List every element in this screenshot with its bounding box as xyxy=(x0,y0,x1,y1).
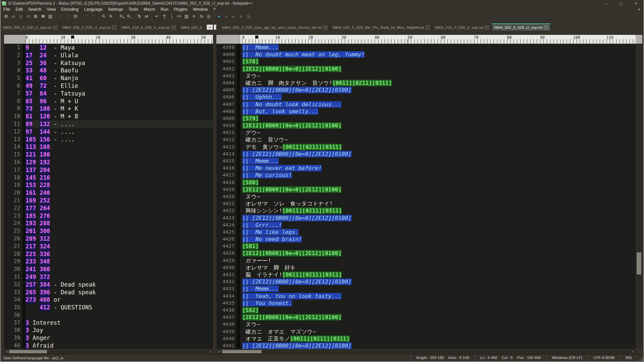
monitoring-icon[interactable]: ◎ xyxy=(205,13,212,19)
horizontal-scroll-track-right[interactable] xyxy=(221,349,631,354)
tab-close-icon[interactable]: ✕ xyxy=(112,25,116,29)
code-line[interactable]: 412 - QUESTIONS xyxy=(25,304,213,311)
line-number[interactable]: 4403 xyxy=(216,72,234,79)
code-line[interactable]: 137 204 xyxy=(25,166,213,174)
function-list-icon[interactable]: fx xyxy=(198,13,205,19)
line-number[interactable]: 13 xyxy=(4,136,20,143)
line-number[interactable]: 4425 xyxy=(216,229,234,236)
code-line[interactable]: [2E12][0B00][0e=0][2E12][0100] xyxy=(242,65,636,72)
code-line[interactable]: || Mmmm... xyxy=(242,44,636,51)
tab-close-icon[interactable]: ✕ xyxy=(323,25,327,29)
code-line[interactable]: 確カニ 旨ソウ~ xyxy=(242,136,636,143)
open-file-icon[interactable]: ▱ xyxy=(10,13,17,19)
code-line[interactable]: 脳 イラナイ![0611][0211][0311] xyxy=(242,271,636,278)
code-line[interactable]: || But, look smelly... xyxy=(242,108,636,115)
right-view-tab-3[interactable]: 0864_010_0_528_U_exp.txt✕ xyxy=(432,23,492,31)
horizontal-scroll-track-left[interactable] xyxy=(9,349,208,354)
code-line[interactable]: 185 276 xyxy=(25,212,213,220)
line-number[interactable]: 29 xyxy=(4,258,20,265)
line-number[interactable]: 4409 xyxy=(216,115,234,122)
line-number[interactable]: 7 xyxy=(4,90,20,98)
line-number[interactable]: 14 xyxy=(4,143,20,151)
tab-close-icon[interactable]: ✕ xyxy=(53,25,57,29)
code-line[interactable]: 97 144 - .... xyxy=(25,128,213,136)
menu-item-tools[interactable]: Tools xyxy=(126,7,141,12)
code-line[interactable]: 3 Interest xyxy=(25,319,213,327)
line-number[interactable]: 4426 xyxy=(216,236,234,243)
line-number[interactable]: 4402 xyxy=(216,65,234,72)
line-number[interactable]: 28 xyxy=(4,250,20,258)
line-number[interactable]: 4421 xyxy=(216,200,234,207)
line-number[interactable]: 4411 xyxy=(216,129,234,136)
resize-grip[interactable] xyxy=(638,356,643,361)
line-number[interactable]: 21 xyxy=(4,197,20,204)
line-number[interactable]: 4412 xyxy=(216,136,234,143)
horizontal-scrollbar-right[interactable]: ◄ ► xyxy=(216,349,636,354)
line-number[interactable]: 38 xyxy=(4,326,20,334)
code-line[interactable]: オマエ 正直モノ[0611][0211][0311] xyxy=(242,335,636,342)
bookmark-margin-right[interactable] xyxy=(237,44,240,349)
line-number[interactable]: 26 xyxy=(4,235,20,243)
line-number[interactable]: 4416 xyxy=(216,165,234,172)
line-number[interactable]: 30 xyxy=(4,265,20,273)
code-line[interactable]: ヌウ~ xyxy=(242,72,636,79)
zoom-in-icon[interactable]: ⚲+ xyxy=(118,13,125,19)
vertical-scroll-thumb[interactable] xyxy=(637,252,641,275)
code-line[interactable]: 121 180 xyxy=(25,151,213,159)
code-line[interactable]: 209 312 xyxy=(25,235,213,243)
close-button[interactable]: ✕ xyxy=(628,0,643,7)
code-line[interactable]: 225 336 xyxy=(25,250,213,258)
line-number[interactable]: 4417 xyxy=(216,172,234,179)
code-line[interactable]: 217 324 xyxy=(25,243,213,250)
minimize-button[interactable]: — xyxy=(598,0,613,7)
code-line[interactable]: オレサマ 脚 好キ xyxy=(242,264,636,271)
code-area-left[interactable]: 9 12 - Maya17 24 - Ulala25 36 - Katsuya3… xyxy=(25,44,213,349)
line-number[interactable]: 4418 xyxy=(216,179,234,186)
menu-item-file[interactable]: File xyxy=(1,7,13,12)
code-line[interactable]: || Yeah, You no look tasty... xyxy=(242,293,636,300)
menu-item-edit[interactable]: Edit xyxy=(13,7,25,12)
line-number[interactable]: 37 xyxy=(4,319,20,327)
line-number[interactable]: 4433 xyxy=(216,285,234,292)
code-line[interactable]: 確カニ オマエ マズソウ~ xyxy=(242,328,636,335)
line-number[interactable]: 23 xyxy=(4,212,20,220)
line-number[interactable]: 4427 xyxy=(216,243,234,250)
line-number[interactable]: 35 xyxy=(4,304,20,311)
line-number[interactable]: 4437 xyxy=(216,314,234,321)
line-number[interactable]: 4439 xyxy=(216,328,234,335)
menu-item-encoding[interactable]: Encoding xyxy=(58,7,81,12)
line-number[interactable]: 4428 xyxy=(216,250,234,257)
line-number[interactable]: 40 xyxy=(4,342,20,349)
vertical-scrollbar[interactable] xyxy=(636,44,642,349)
code-line[interactable]: ガァーー! xyxy=(242,257,636,264)
status-eol-format[interactable]: Windows (CR LF) xyxy=(546,354,588,361)
tab-scroll-right-icon[interactable]: ▸ xyxy=(214,24,216,30)
line-number[interactable]: 34 xyxy=(4,296,20,304)
scroll-left-arrow-icon[interactable]: ◄ xyxy=(216,349,221,354)
zoom-out-icon[interactable]: ⚲− xyxy=(125,13,132,19)
line-number-margin-right[interactable]: 4399440044014402440344044405440644074408… xyxy=(216,44,237,349)
code-line[interactable]: 249 372 xyxy=(25,273,213,281)
code-line[interactable]: ヌウ~ xyxy=(242,321,636,328)
line-number[interactable]: 4413 xyxy=(216,143,234,150)
word-wrap-icon[interactable]: ↵ xyxy=(154,13,160,19)
code-line[interactable]: || [2E12][0B00][0e=0][2E12][0100] xyxy=(242,278,636,285)
line-number[interactable]: 10 xyxy=(4,113,20,120)
code-line[interactable]: 201 300 xyxy=(25,227,213,235)
code-line[interactable]: || Ughhh... xyxy=(242,94,636,101)
line-number[interactable]: 11 xyxy=(4,120,20,128)
code-line[interactable]: 33 48 - Baofu xyxy=(25,67,213,74)
code-line[interactable]: 105 156 - .... xyxy=(25,136,213,143)
horizontal-scrollbar-left[interactable]: ◄ ► xyxy=(4,349,213,354)
tab-close-icon[interactable]: ✕ xyxy=(426,25,430,29)
line-number[interactable]: 24 xyxy=(4,220,20,227)
line-number[interactable]: 4399 xyxy=(216,44,234,51)
code-line[interactable]: [2E12][0B00][0e=0][2E12][0100] xyxy=(242,314,636,321)
code-line[interactable]: || You honest. xyxy=(242,300,636,307)
code-area-right[interactable]: || Mmmm...|| No doubt much meat on leg, … xyxy=(240,44,636,349)
line-number[interactable]: 32 xyxy=(4,281,20,289)
code-line[interactable]: 興味シンシン![0611][0211][0311] xyxy=(242,207,636,214)
right-view-tab-2[interactable]: 0864_034_0_528_Alic_Pix_Rata_Ixt_Muu_Nig… xyxy=(330,23,432,31)
line-number[interactable]: 4401 xyxy=(216,58,234,65)
line-number[interactable]: 27 xyxy=(4,243,20,250)
